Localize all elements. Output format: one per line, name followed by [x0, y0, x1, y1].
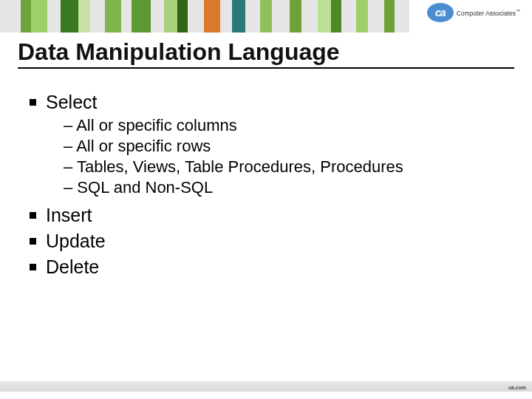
mosaic-cell [121, 0, 132, 33]
bullet-lvl2: SQL and Non-SQL [64, 178, 510, 197]
mosaic-cell [260, 0, 272, 33]
square-bullet-icon [30, 238, 36, 245]
bullet-label: Insert [46, 205, 92, 225]
mosaic-cell [204, 0, 220, 33]
mosaic-cell [78, 0, 90, 33]
mosaic-cell [31, 0, 47, 33]
square-bullet-icon [30, 264, 36, 270]
mosaic-cell [0, 0, 21, 33]
mosaic-cell [331, 0, 341, 33]
bullet-label: Update [46, 231, 106, 251]
mosaic-cell [132, 0, 151, 33]
footer-bar [0, 381, 532, 392]
mosaic-cell [188, 0, 204, 33]
mosaic-cell [90, 0, 105, 33]
page-title: Data Manipulation Language [18, 38, 514, 69]
bullet-lvl1: Select [30, 92, 510, 113]
mosaic-cell [384, 0, 395, 33]
sublist: All or specific columnsAll or specific r… [64, 116, 510, 197]
square-bullet-icon [30, 212, 36, 219]
square-bullet-icon [30, 99, 36, 106]
mosaic-cell [177, 0, 188, 33]
bullet-lvl2: Tables, Views, Table Procedures, Procedu… [64, 157, 510, 177]
bullet-lvl2: All or specific rows [64, 137, 510, 156]
bullet-lvl1: Insert [30, 205, 510, 226]
ca-logo-icon: ca [427, 3, 454, 22]
mosaic-cell [47, 0, 61, 33]
mosaic-cell [318, 0, 331, 33]
mosaic-cell [290, 0, 301, 33]
mosaic-cell [220, 0, 232, 33]
mosaic-cell [356, 0, 368, 33]
mosaic-cell [341, 0, 356, 33]
bullet-lvl1: Update [30, 231, 510, 252]
mosaic-cell [151, 0, 164, 33]
mosaic-cell [21, 0, 31, 33]
mosaic-cell [368, 0, 384, 33]
mosaic-cell [301, 0, 318, 33]
brand-logo: ca Computer Associates™ [427, 3, 520, 22]
mosaic-cell [105, 0, 121, 33]
mosaic-cell [232, 0, 245, 33]
bullet-label: Select [46, 92, 97, 112]
slide-body: SelectAll or specific columnsAll or spec… [30, 87, 510, 281]
bullet-label: Delete [46, 256, 99, 277]
bullet-lvl2: All or specific columns [64, 116, 510, 135]
mosaic-cell [272, 0, 290, 33]
mosaic-cell [61, 0, 78, 33]
mosaic-cell [164, 0, 177, 33]
mosaic-cell [395, 0, 409, 33]
footer-label: ca.com [508, 385, 526, 390]
mosaic-cell [245, 0, 260, 33]
bullet-lvl1: Delete [30, 256, 510, 278]
brand-company: Computer Associates™ [457, 9, 520, 16]
logo-mark: ca [435, 7, 446, 18]
slide: ca Computer Associates™ Data Manipulatio… [0, 0, 532, 399]
